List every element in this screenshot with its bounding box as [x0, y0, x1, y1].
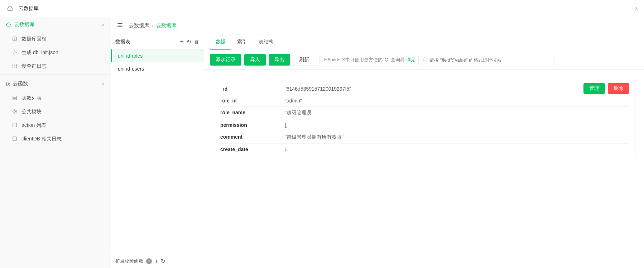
table-list-panel: 数据表 + ↻ 🗑 uni-id-roles uni-id-users: [111, 34, 204, 268]
svg-rect-5: [13, 64, 17, 68]
sidebar-item-clientdb-log-label: clientDB 相关日志: [21, 136, 62, 142]
sidebar-clouddb-chevron: ∧: [102, 22, 105, 27]
record-key-role-name: role_name: [220, 110, 285, 115]
toolbar-hint-link[interactable]: 详见: [406, 57, 415, 62]
record-value-id: "6146d5359157120019297f5": [285, 86, 628, 92]
record-value-role-name: "超级管理员": [285, 110, 628, 116]
manage-button[interactable]: 管理: [583, 83, 605, 94]
fx-icon: fx: [6, 81, 10, 87]
tab-index[interactable]: 索引: [231, 35, 253, 50]
tab-structure[interactable]: 表结构: [253, 35, 279, 50]
record-row-permission: permission []: [220, 119, 628, 131]
toolbar-search: [418, 55, 554, 65]
sidebar-item-db-backup-label: 数据库回档: [21, 36, 47, 42]
svg-rect-8: [13, 97, 17, 98]
import-button[interactable]: 导入: [244, 54, 266, 66]
svg-rect-9: [13, 99, 17, 99]
table-add-icon[interactable]: +: [180, 38, 184, 46]
cloud-db-icon: [6, 4, 14, 13]
tabs-row: 数据 索引 表结构: [204, 34, 644, 50]
table-list-header: 数据表 + ↻ 🗑: [111, 34, 204, 49]
record-row-id: _id "6146d5359157120019297f5": [220, 83, 628, 95]
sidebar-clouddb-label: 云数据库: [14, 21, 34, 28]
svg-point-11: [14, 110, 16, 112]
export-button[interactable]: 导出: [269, 54, 290, 66]
clientdb-log-icon: [11, 136, 18, 142]
svg-rect-7: [13, 96, 17, 97]
sidebar-cloudfn-chevron: ∧: [102, 81, 105, 86]
sidebar-item-public-module-label: 公共模块: [21, 109, 42, 115]
record-row-role-name: role_name "超级管理员": [220, 107, 628, 119]
record-key-permission: permission: [220, 122, 285, 128]
sidebar-item-gen-init[interactable]: 生成 db_init.json: [0, 46, 111, 59]
data-panel: 数据 索引 表结构 添加记录 导入 导出 刷新: [204, 34, 644, 268]
footer-refresh-icon[interactable]: ↻: [161, 258, 165, 264]
delete-button[interactable]: 删除: [608, 83, 629, 94]
record-row-role-id: role_id "admin": [220, 95, 628, 107]
breadcrumb-separator: /: [152, 23, 153, 29]
breadcrumb-root: 云数据库: [129, 23, 149, 29]
record-key-comment: comment: [220, 134, 285, 140]
cloud-db-nav-icon: [6, 22, 11, 28]
table-list-items: uni-id-roles uni-id-users: [111, 49, 204, 254]
svg-point-10: [13, 109, 17, 113]
breadcrumb-current: 云数据库: [156, 23, 176, 29]
sidebar-item-public-module[interactable]: 公共模块: [0, 105, 111, 119]
add-record-button[interactable]: 添加记录: [210, 54, 241, 66]
sidebar-cloudfn-header[interactable]: fx 云函数 ∧: [0, 76, 111, 91]
footer-add-icon[interactable]: +: [155, 258, 158, 264]
table-item-label: uni-id-roles: [118, 53, 143, 59]
sidebar-item-slow-log[interactable]: 慢查询日志: [0, 59, 111, 73]
gen-init-icon: [11, 50, 18, 56]
top-header: 云数据库 ∧: [0, 0, 644, 17]
sidebar-item-db-backup[interactable]: 数据库回档: [0, 32, 111, 46]
toolbar-row: 添加记录 导入 导出 刷新 HBuilderX中可使用更方便的JQL查询器 详见: [204, 50, 644, 70]
main-layout: 云数据库 ∧ 数据库回档 生成 db_init.json 慢查询日志 fx 云函: [0, 17, 644, 268]
breadcrumb: 云数据库 / 云数据库: [111, 17, 644, 34]
table-delete-icon[interactable]: 🗑: [194, 39, 200, 45]
sidebar-item-clientdb-log[interactable]: clientDB 相关日志: [0, 132, 111, 146]
sidebar-item-action-list[interactable]: action 列表: [0, 119, 111, 132]
db-backup-icon: [11, 36, 18, 42]
help-icon[interactable]: ?: [146, 258, 152, 264]
table-list-title: 数据表: [115, 39, 130, 45]
record-card: 管理 删除 _id "6146d5359157120019297f5" role…: [213, 77, 635, 161]
tab-data[interactable]: 数据: [210, 35, 231, 50]
record-value-role-id: "admin": [285, 98, 628, 104]
refresh-button[interactable]: 刷新: [293, 54, 315, 66]
table-list-actions: + ↻ 🗑: [180, 38, 200, 46]
sidebar-item-gen-init-label: 生成 db_init.json: [21, 49, 58, 56]
sidebar-clouddb-header[interactable]: 云数据库 ∧: [0, 17, 111, 32]
sidebar-cloudfn-label: 云函数: [13, 81, 28, 87]
search-icon: [422, 57, 427, 63]
svg-point-20: [423, 57, 426, 61]
record-row-create-date: create_date 0: [220, 144, 628, 155]
menu-icon[interactable]: [117, 22, 123, 29]
header-title: 云数据库: [19, 5, 39, 12]
sidebar-item-fn-list-label: 函数列表: [21, 95, 42, 101]
record-key-id: _id: [220, 86, 285, 92]
record-card-actions: 管理 删除: [583, 83, 629, 94]
action-list-icon: [11, 123, 18, 129]
table-list-footer: 扩展校验函数 ? + ↻: [111, 254, 204, 268]
sidebar-item-action-list-label: action 列表: [21, 122, 46, 129]
sidebar-item-fn-list[interactable]: 函数列表: [0, 91, 111, 105]
slow-log-icon: [11, 63, 18, 70]
record-value-permission: []: [285, 122, 628, 128]
toolbar-divider: [319, 56, 320, 64]
svg-point-4: [14, 52, 15, 53]
header-collapse-btn[interactable]: ∧: [635, 6, 638, 11]
content-area: 云数据库 / 云数据库 数据表 + ↻ 🗑 uni-id-roles: [111, 17, 644, 268]
record-value-create-date: 0: [285, 147, 628, 152]
table-item-uni-id-roles[interactable]: uni-id-roles: [111, 49, 204, 62]
toolbar-hint: HBuilderX中可使用更方便的JQL查询器 详见: [324, 57, 415, 63]
search-input[interactable]: [429, 57, 551, 63]
table-refresh-icon[interactable]: ↻: [187, 38, 191, 45]
record-key-create-date: create_date: [220, 147, 285, 152]
table-item-label: uni-id-users: [118, 66, 144, 72]
record-row-comment: comment "超级管理员拥有所有权限": [220, 131, 628, 144]
fn-list-icon: [11, 95, 18, 101]
sidebar-divider: [0, 75, 111, 75]
table-item-uni-id-users[interactable]: uni-id-users: [111, 62, 204, 75]
record-area: 管理 删除 _id "6146d5359157120019297f5" role…: [204, 70, 644, 268]
